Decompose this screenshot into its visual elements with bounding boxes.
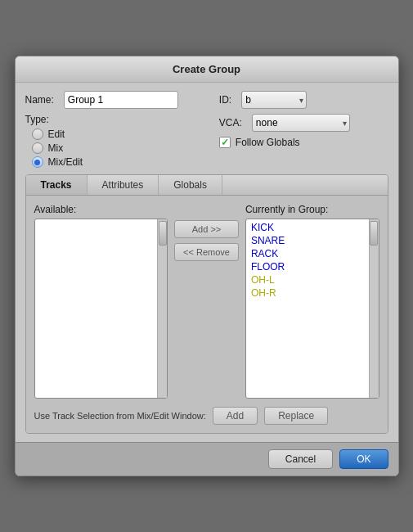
dialog-title: Create Group: [16, 56, 398, 83]
vca-group: VCA: none: [219, 114, 350, 132]
radio-mixedit[interactable]: Mix/Edit: [32, 156, 178, 168]
tab-globals[interactable]: Globals: [159, 175, 222, 195]
dialog-body: Name: Type: Edit Mix: [16, 83, 398, 442]
radio-mixedit-circle: [32, 156, 43, 168]
checkmark-icon: ✓: [221, 137, 229, 148]
tab-bar: Tracks Attributes Globals: [26, 175, 388, 196]
id-group: ID: b: [219, 91, 350, 109]
remove-button[interactable]: << Remove: [174, 243, 239, 261]
available-label: Available:: [34, 204, 168, 215]
middle-buttons: Add >> << Remove: [174, 204, 239, 261]
right-col: ID: b VCA: none: [219, 91, 350, 168]
available-scroll-thumb: [159, 221, 167, 246]
follow-globals-checkbox: ✓: [219, 137, 231, 148]
bottom-replace-button[interactable]: Replace: [264, 407, 328, 425]
follow-globals-item[interactable]: ✓ Follow Globals: [219, 137, 350, 148]
radio-group: Edit Mix Mix/Edit: [25, 128, 178, 168]
id-label: ID:: [219, 94, 231, 106]
radio-mix-label: Mix: [48, 142, 64, 154]
bottom-strip: Use Track Selection from Mix/Edit Window…: [34, 407, 379, 425]
tab-content-tracks: Available: Add >> << Remove: [26, 196, 388, 433]
left-col: Name: Type: Edit Mix: [25, 91, 178, 168]
name-input[interactable]: [64, 91, 178, 109]
tabs-container: Tracks Attributes Globals Available:: [25, 174, 388, 434]
list-item[interactable]: SNARE: [248, 234, 367, 247]
id-select-wrapper: b: [241, 91, 307, 109]
list-item[interactable]: FLOOR: [248, 260, 367, 273]
current-scrollbar[interactable]: [369, 219, 379, 398]
vca-select[interactable]: none: [252, 114, 350, 132]
name-group: Name:: [25, 91, 178, 109]
list-item[interactable]: RACK: [248, 247, 367, 260]
follow-globals-label: Follow Globals: [236, 137, 300, 148]
radio-dot: [34, 160, 40, 165]
id-select[interactable]: b: [241, 91, 307, 109]
radio-edit-circle: [32, 128, 43, 140]
radio-mix[interactable]: Mix: [32, 142, 178, 154]
current-list: KICK SNARE RACK FLOOR OH-L OH-R: [245, 219, 379, 399]
create-group-dialog: Create Group Name: Type: Edit: [15, 56, 399, 476]
radio-edit[interactable]: Edit: [32, 128, 178, 140]
tab-attributes[interactable]: Attributes: [88, 175, 159, 195]
name-label: Name:: [25, 94, 54, 106]
available-list-content: [35, 219, 158, 398]
vca-label: VCA:: [219, 117, 242, 128]
radio-edit-label: Edit: [48, 128, 65, 140]
upper-row: Name: Type: Edit Mix: [25, 91, 388, 168]
bottom-strip-label: Use Track Selection from Mix/Edit Window…: [34, 411, 206, 421]
cancel-button[interactable]: Cancel: [268, 449, 333, 469]
available-scrollbar[interactable]: [157, 219, 167, 398]
type-section: Type: Edit Mix: [25, 114, 178, 168]
ok-button[interactable]: OK: [339, 449, 388, 469]
current-list-content: KICK SNARE RACK FLOOR OH-L OH-R: [246, 219, 369, 398]
dialog-footer: Cancel OK: [16, 442, 398, 476]
radio-mix-circle: [32, 142, 43, 154]
list-item[interactable]: OH-L: [248, 273, 367, 286]
radio-mixedit-label: Mix/Edit: [48, 156, 83, 168]
type-label: Type:: [25, 114, 178, 125]
available-section: Available:: [34, 204, 168, 399]
tab-tracks[interactable]: Tracks: [26, 175, 88, 195]
bottom-add-button[interactable]: Add: [213, 407, 258, 425]
vca-select-wrapper: none: [252, 114, 350, 132]
list-item[interactable]: OH-R: [248, 286, 367, 300]
current-scroll-thumb: [370, 221, 378, 246]
list-item[interactable]: KICK: [248, 221, 367, 234]
add-button[interactable]: Add >>: [174, 220, 239, 238]
tracks-layout: Available: Add >> << Remove: [34, 204, 379, 399]
current-section: Currently in Group: KICK SNARE RACK FLOO…: [245, 204, 379, 399]
current-label: Currently in Group:: [245, 204, 379, 215]
available-list: [34, 219, 168, 399]
